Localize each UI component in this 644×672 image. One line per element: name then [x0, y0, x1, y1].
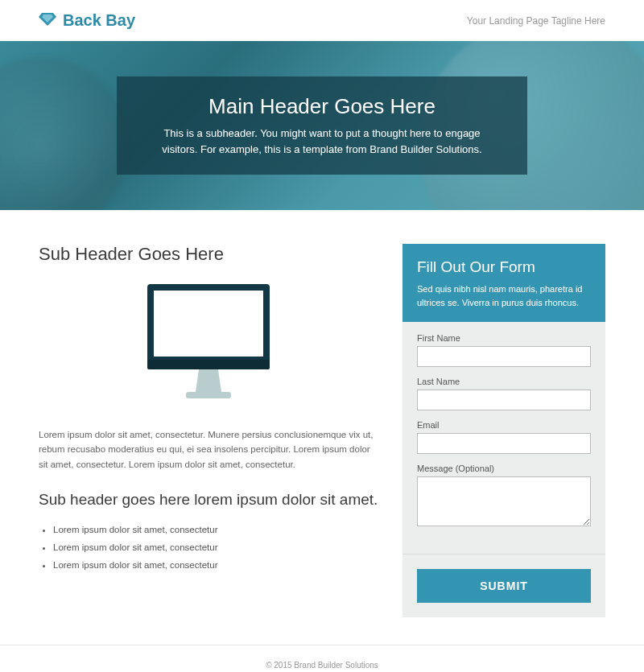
first-name-label: First Name — [417, 333, 591, 343]
hero-overlay-box: Main Header Goes Here This is a subheade… — [117, 76, 527, 175]
list-item: Lorem ipsum dolor sit amet, consectetur — [53, 522, 378, 539]
form-panel: Fill Out Our Form Sed quis nibh nisl nam… — [402, 244, 605, 617]
form-footer: SUBMIT — [402, 554, 605, 617]
svg-rect-5 — [186, 392, 231, 398]
message-input[interactable] — [417, 476, 591, 526]
message-label: Message (Optional) — [417, 464, 591, 473]
monitor-icon — [136, 279, 281, 408]
list-item: Lorem ipsum dolor sit amet, consectetur — [53, 557, 378, 575]
field-message: Message (Optional) — [417, 464, 591, 530]
field-first-name: First Name — [417, 333, 591, 367]
email-input[interactable] — [417, 433, 591, 454]
hero-section: Main Header Goes Here This is a subheade… — [0, 41, 644, 210]
header-tagline: Your Landing Page Tagline Here — [467, 15, 605, 27]
svg-rect-4 — [147, 360, 270, 369]
header-bar: Back Bay Your Landing Page Tagline Here — [0, 0, 644, 41]
field-last-name: Last Name — [417, 377, 591, 410]
brand[interactable]: Back Bay — [39, 11, 135, 30]
hero-subheader: This is a subheader. You might want to p… — [146, 126, 498, 157]
field-email: Email — [417, 420, 591, 454]
email-label: Email — [417, 420, 591, 430]
list-item: Lorem ipsum dolor sit amet, consectetur — [53, 539, 378, 557]
page-footer: © 2015 Brand Builder Solutions — [0, 645, 644, 672]
form-body: First Name Last Name Email Message (Opti… — [402, 322, 605, 554]
brand-logo-icon — [39, 12, 56, 30]
hero-title: Main Header Goes Here — [146, 94, 498, 119]
last-name-label: Last Name — [417, 377, 591, 386]
last-name-input[interactable] — [417, 390, 591, 410]
bullet-list: Lorem ipsum dolor sit amet, consectetur … — [39, 522, 378, 575]
svg-rect-3 — [154, 291, 263, 357]
first-name-input[interactable] — [417, 346, 591, 367]
copyright-text: © 2015 Brand Builder Solutions — [266, 661, 378, 670]
body-paragraph: Lorem ipsum dolor sit amet, consectetur.… — [39, 427, 378, 472]
sub-header-2: Sub header goes here lorem ipsum dolor s… — [39, 489, 378, 510]
form-subtitle: Sed quis nibh nisl nam mauris, pharetra … — [417, 282, 591, 309]
form-header: Fill Out Our Form Sed quis nibh nisl nam… — [402, 244, 605, 322]
left-column: Sub Header Goes Here Lorem ipsum dolor s… — [39, 244, 378, 617]
monitor-illustration — [39, 279, 378, 408]
submit-button[interactable]: SUBMIT — [417, 569, 591, 603]
form-title: Fill Out Our Form — [417, 258, 591, 276]
sub-header: Sub Header Goes Here — [39, 244, 378, 265]
brand-name: Back Bay — [63, 11, 135, 30]
main-content: Sub Header Goes Here Lorem ipsum dolor s… — [0, 210, 644, 640]
